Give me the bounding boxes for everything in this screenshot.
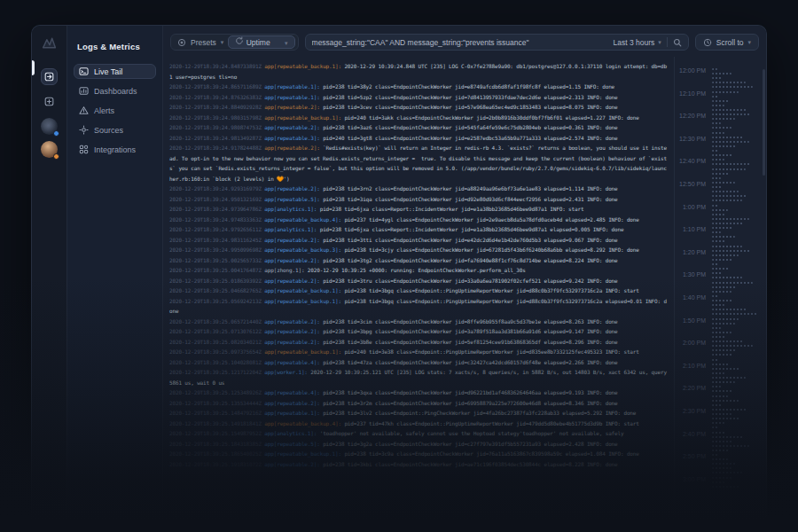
log-line[interactable]: 2020-12-29T18:39:24.980874753Z app[repea…	[169, 122, 669, 133]
log-line[interactable]: 2020-12-29T18:39:24.980315798Z app[repea…	[169, 113, 669, 123]
log-line[interactable]: 2020-12-29T18:39:25.121712204Z app[worke…	[169, 367, 669, 387]
log-line[interactable]: 2020-12-29T18:39:24.983116245Z app[repea…	[169, 235, 669, 246]
timeline-bars	[712, 385, 763, 408]
timeline-bars	[712, 136, 763, 159]
log-source-tag: app[repeatable.2]:	[264, 257, 319, 263]
log-line[interactable]: 2020-12-29T18:39:24.884092928Z app[repea…	[169, 102, 669, 113]
clock-icon	[703, 38, 712, 47]
log-source-tag: app[repeatable_backup.1]:	[264, 287, 341, 293]
add-icon[interactable]	[41, 93, 58, 110]
log-source-tag: app[analytics.1]:	[264, 226, 317, 232]
log-line[interactable]: 2020-12-29T18:39:25.046682765Z app[repea…	[169, 286, 669, 296]
timeline-bars	[712, 271, 763, 294]
search-input[interactable]	[312, 38, 608, 47]
log-line[interactable]: 2020-12-29T18:39:24.876326383Z app[repea…	[169, 92, 669, 103]
log-source-tag: app[worker.1]:	[264, 369, 307, 375]
scroll-to-button[interactable]: Scroll to ▾	[695, 34, 759, 51]
timeline-group: 12:50 PM	[675, 181, 763, 204]
log-line[interactable]: 2020-12-29T18:39:24.981349287Z app[repea…	[169, 133, 669, 144]
histogram-bar	[712, 218, 749, 220]
sidebar-item-sources[interactable]: Sources	[74, 122, 156, 137]
histogram-bar	[712, 304, 724, 306]
log-line[interactable]: 2020-12-29T18:39:24.929316979Z app[repea…	[169, 184, 669, 194]
log-line[interactable]: 2020-12-29T18:39:24.995099698Z app[repea…	[169, 245, 669, 255]
histogram-bar	[712, 96, 719, 98]
search-icon[interactable]	[673, 38, 682, 47]
log-line[interactable]: 2020-12-29T18:39:24.974833363Z app[repea…	[169, 215, 669, 225]
histogram-bar	[712, 254, 739, 256]
log-source-tag: app[repeatable.2]:	[264, 278, 319, 284]
log-line[interactable]: 2020-12-29T18:39:25.056924213Z app[repea…	[169, 296, 669, 317]
sidebar-item-dashboards[interactable]: Dashboards	[74, 83, 156, 98]
log-line[interactable]: 2020-12-29T18:39:25.004176487Z app[zhong…	[169, 265, 669, 276]
timeline-group: 12:20 PM	[675, 113, 763, 136]
timeline-bars	[712, 431, 763, 454]
log-timestamp: 2020-12-29T18:39:24.865711689Z	[169, 83, 262, 90]
log-line[interactable]: 2020-12-29T18:39:25.154987952Z app[analy…	[169, 428, 669, 439]
avatar[interactable]	[41, 141, 58, 158]
log-line[interactable]: 2020-12-29T18:39:25.071307612Z app[repea…	[169, 326, 669, 337]
log-timestamp: 2020-12-29T18:39:25.191831072Z	[169, 461, 262, 467]
timeline-group: 12:00 PM	[675, 67, 763, 90]
histogram-bar	[712, 295, 719, 297]
histogram-bar	[712, 191, 739, 192]
log-timestamp: 2020-12-29T18:39:25.125348926Z	[169, 389, 262, 395]
active-rail-indicator	[32, 60, 35, 75]
log-timestamp: 2020-12-29T18:39:24.974833363Z	[169, 216, 262, 223]
log-line[interactable]: 2020-12-29T18:39:25.082034021Z app[repea…	[169, 337, 669, 348]
log-line[interactable]: 2020-12-29T18:39:24.950132169Z app[repea…	[169, 194, 669, 205]
log-line[interactable]: 2020-12-29T18:39:25.125348926Z app[repea…	[169, 387, 669, 398]
log-line[interactable]: 2020-12-29T18:39:25.002565733Z app[repea…	[169, 255, 669, 266]
presets-button[interactable]: Presets ▾ Uptime ▾	[170, 34, 299, 51]
log-line[interactable]: 2020-12-29T18:39:25.065721440Z app[repea…	[169, 317, 669, 327]
log-source-tag: app[repeatable.1]:	[264, 410, 319, 416]
log-line[interactable]: 2020-12-29T18:39:24.973964786Z app[analy…	[169, 204, 669, 215]
log-timestamp: 2020-12-29T18:39:25.184318385Z	[169, 441, 262, 447]
log-line[interactable]: 2020-12-29T18:39:25.135534444Z app[repea…	[169, 398, 669, 409]
timeline-bars	[712, 249, 763, 272]
log-source-tag: app[repeatable.2]:	[264, 124, 319, 130]
log-source-tag: app[repeatable_backup.1]:	[264, 63, 341, 69]
log-line[interactable]: 2020-12-29T18:39:24.979265611Z app[analy…	[169, 224, 669, 235]
timeline-group: 12:10 PM	[675, 90, 763, 113]
log-line[interactable]: 2020-12-29T18:39:24.848733891Z app[repea…	[169, 61, 669, 82]
histogram-bar	[712, 246, 742, 247]
log-line[interactable]: 2020-12-29T18:39:25.097375654Z app[repea…	[169, 347, 669, 357]
sidebar-item-alerts[interactable]: Alerts	[74, 103, 156, 118]
log-line[interactable]: 2020-12-29T18:39:25.104028081Z app[repea…	[169, 357, 669, 368]
histogram-bar	[712, 82, 746, 83]
histogram-bar	[712, 467, 732, 469]
time-range-button[interactable]: Last 3 hours ▾	[613, 38, 661, 47]
histogram-bar	[712, 336, 726, 338]
log-source-tag: app[repeatable.2]:	[264, 104, 319, 110]
timeline-time-label: 3:00 PM	[675, 476, 712, 499]
uptime-preset-button[interactable]: Uptime ▾	[228, 35, 294, 49]
sources-icon	[79, 125, 89, 135]
sidebar-item-integrations[interactable]: Integrations	[74, 142, 156, 157]
sidebar-item-live-tail[interactable]: Live Tail	[74, 64, 156, 79]
log-line[interactable]: 2020-12-29T18:39:24.865711689Z app[repea…	[169, 82, 669, 92]
scrollbar[interactable]	[763, 69, 765, 176]
log-line[interactable]: 2020-12-29T18:39:25.191831072Z app[repea…	[169, 459, 669, 470]
timeline-bars	[712, 158, 763, 181]
log-line[interactable]: 2020-12-29T18:39:25.184318385Z app[repea…	[169, 439, 669, 450]
log-line[interactable]: 2020-12-29T18:39:25.149181841Z app[repea…	[169, 419, 669, 429]
log-timestamp: 2020-12-29T18:39:24.980315798Z	[169, 114, 262, 121]
log-line[interactable]: 2020-12-29T18:39:25.148479216Z app[repea…	[169, 408, 669, 419]
log-line[interactable]: 2020-12-29T18:39:24.917824488Z app[repea…	[169, 143, 669, 184]
log-message: pid=238 tid=3qxa class=EndpointCheckWork…	[323, 389, 617, 395]
histogram-bar	[712, 436, 744, 438]
live-view-icon[interactable]	[41, 68, 58, 85]
timeline-time-label: 2:40 PM	[675, 431, 712, 454]
log-line[interactable]: 2020-12-29T18:39:25.186540025Z app[repea…	[169, 449, 669, 459]
app-window: Logs & Metrics Live Tail Dashboards Aler…	[31, 25, 767, 532]
avatar[interactable]	[41, 118, 58, 135]
timeline-bars	[712, 363, 763, 386]
log-message: pid=238 tid=3cim class=EndpointCheckWork…	[323, 318, 617, 325]
sidebar-item-label: Alerts	[94, 106, 114, 115]
log-line[interactable]: 2020-12-29T18:39:25.018639392Z app[repea…	[169, 276, 669, 286]
sidebar-menu: Live Tail Dashboards Alerts Sources Inte…	[74, 64, 156, 157]
histogram-bar	[712, 349, 737, 351]
icon-rail	[32, 26, 67, 532]
log-message: pid=238 tid=5zp2 class=EndpointCheckWork…	[323, 94, 617, 100]
